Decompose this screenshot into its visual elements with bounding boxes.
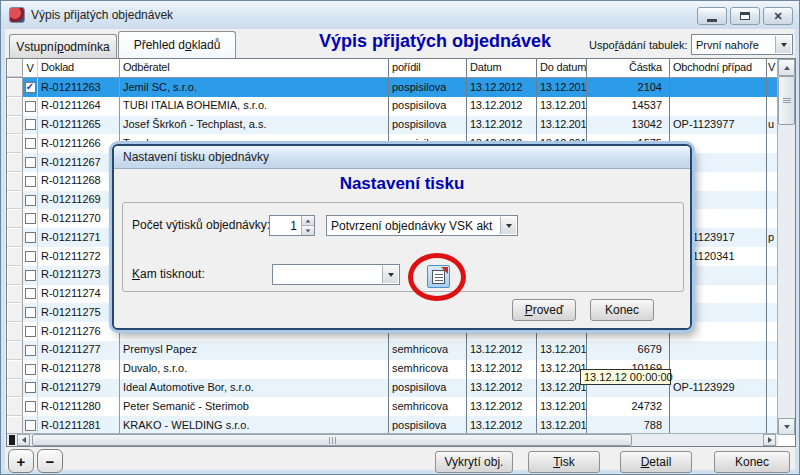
row-header[interactable] xyxy=(7,228,23,247)
tab-vstupni-podminka[interactable]: Vstupní podmínka xyxy=(9,34,117,58)
row-check-cell[interactable] xyxy=(23,134,38,153)
dropdown-arrow-button[interactable] xyxy=(382,266,398,283)
col-header-obchodni-pripad[interactable]: Obchodní případ xyxy=(670,59,767,77)
row-header[interactable] xyxy=(7,134,23,153)
table-row[interactable]: R-01211277 Premysl Papez semhricova 13.1… xyxy=(7,341,778,360)
tab-prehled-dokladu[interactable]: Přehled dokladů xyxy=(118,31,236,58)
row-check-cell[interactable] xyxy=(23,228,38,247)
row-header[interactable] xyxy=(7,97,23,116)
row-check-cell[interactable] xyxy=(23,397,38,416)
row-checkbox[interactable] xyxy=(25,401,36,412)
row-header[interactable] xyxy=(7,78,23,97)
row-header[interactable] xyxy=(7,266,23,285)
horizontal-scrollbar[interactable] xyxy=(7,433,778,446)
row-check-cell[interactable] xyxy=(23,116,38,135)
row-checkbox[interactable] xyxy=(25,251,36,262)
close-button[interactable]: ✕ xyxy=(763,7,793,25)
row-check-cell[interactable] xyxy=(23,172,38,191)
dropdown-arrow-button[interactable] xyxy=(775,36,791,53)
row-check-cell[interactable] xyxy=(23,97,38,116)
row-check-cell[interactable] xyxy=(23,379,38,398)
proceed-button[interactable]: Proveď xyxy=(512,299,576,321)
row-check-cell[interactable] xyxy=(23,285,38,304)
row-header[interactable] xyxy=(7,303,23,322)
row-checkbox[interactable] xyxy=(25,176,36,187)
dropdown-arrow-button[interactable] xyxy=(500,217,516,234)
coverage-button[interactable]: Vykrytí obj. xyxy=(435,451,513,473)
splitter-handle[interactable] xyxy=(9,435,15,445)
col-header-datum[interactable]: Datum xyxy=(467,59,537,77)
vertical-scrollbar[interactable] xyxy=(777,59,795,435)
row-checkbox[interactable] xyxy=(25,101,36,112)
row-check-cell[interactable] xyxy=(23,247,38,266)
table-row[interactable]: R-01211263 Jemil SC, s.r.o. pospisilova … xyxy=(7,78,778,97)
row-check-cell[interactable] xyxy=(23,341,38,360)
row-header[interactable] xyxy=(7,116,23,135)
row-header[interactable] xyxy=(7,247,23,266)
scroll-right-button[interactable] xyxy=(763,434,776,446)
row-check-cell[interactable] xyxy=(23,153,38,172)
vertical-scroll-thumb[interactable] xyxy=(778,76,795,125)
row-check-cell[interactable] xyxy=(23,360,38,379)
row-header[interactable] xyxy=(7,379,23,398)
scroll-left-button[interactable] xyxy=(17,434,30,446)
col-header-odberatel[interactable]: Odběratel xyxy=(120,59,389,77)
col-header-poridil[interactable]: pořídil xyxy=(389,59,467,77)
row-check-cell[interactable] xyxy=(23,322,38,341)
close-window-button[interactable]: Konec xyxy=(714,451,790,473)
detail-button[interactable]: Detail xyxy=(620,451,692,473)
row-header[interactable] xyxy=(7,397,23,416)
printer-properties-button[interactable] xyxy=(427,265,450,288)
row-header[interactable] xyxy=(7,285,23,304)
row-header[interactable] xyxy=(7,341,23,360)
row-checkbox[interactable] xyxy=(25,382,36,393)
row-header[interactable] xyxy=(7,153,23,172)
row-check-cell[interactable] xyxy=(23,266,38,285)
stepper-down-button[interactable] xyxy=(302,225,314,235)
row-check-cell[interactable] xyxy=(23,78,38,97)
row-checkbox[interactable] xyxy=(25,345,36,356)
row-check-cell[interactable] xyxy=(23,303,38,322)
row-checkbox[interactable] xyxy=(25,157,36,168)
table-row[interactable]: R-01211264 TUBI ITALIA BOHEMIA, s.r.o. p… xyxy=(7,97,778,116)
row-checkbox[interactable] xyxy=(25,82,36,93)
scroll-down-button[interactable] xyxy=(778,418,795,435)
minimize-button[interactable] xyxy=(697,7,727,25)
table-row[interactable]: R-01211280 Peter Semanič - Sterimob semh… xyxy=(7,397,778,416)
col-header-doklad[interactable]: Doklad xyxy=(38,59,120,77)
row-header[interactable] xyxy=(7,172,23,191)
dialog-cancel-button[interactable]: Konec xyxy=(590,299,654,321)
print-destination-dropdown[interactable] xyxy=(272,264,400,285)
col-header-check[interactable]: V xyxy=(23,59,38,77)
arrange-tables-dropdown[interactable]: První nahoře xyxy=(691,34,793,55)
row-checkbox[interactable] xyxy=(25,138,36,149)
row-checkbox[interactable] xyxy=(25,270,36,281)
row-checkbox[interactable] xyxy=(25,326,36,337)
add-row-button[interactable]: + xyxy=(8,449,34,473)
row-checkbox[interactable] xyxy=(25,307,36,318)
scroll-up-button[interactable] xyxy=(778,59,795,76)
stepper-up-button[interactable] xyxy=(302,216,314,225)
row-checkbox[interactable] xyxy=(25,420,36,431)
row-checkbox[interactable] xyxy=(25,195,36,206)
remove-row-button[interactable]: − xyxy=(37,449,63,473)
row-check-cell[interactable] xyxy=(23,209,38,228)
row-header[interactable] xyxy=(7,322,23,341)
row-checkbox[interactable] xyxy=(25,288,36,299)
maximize-button[interactable] xyxy=(730,7,760,25)
row-checkbox[interactable] xyxy=(25,232,36,243)
col-header-do-datumu[interactable]: Do datumu xyxy=(537,59,587,77)
horizontal-scroll-thumb[interactable] xyxy=(32,434,632,446)
row-header[interactable] xyxy=(7,360,23,379)
row-check-cell[interactable] xyxy=(23,191,38,210)
row-checkbox[interactable] xyxy=(25,364,36,375)
row-header[interactable] xyxy=(7,191,23,210)
copies-stepper[interactable]: 1 xyxy=(269,215,315,236)
print-button[interactable]: Tisk xyxy=(528,451,600,473)
col-header-castka[interactable]: Částka xyxy=(587,59,670,77)
row-checkbox[interactable] xyxy=(25,119,36,130)
row-checkbox[interactable] xyxy=(25,213,36,224)
report-template-dropdown[interactable]: Potvrzení objednávky VSK akt xyxy=(326,215,518,236)
row-header[interactable] xyxy=(7,209,23,228)
title-bar[interactable]: Výpis přijatých objednávek ✕ xyxy=(1,1,799,29)
